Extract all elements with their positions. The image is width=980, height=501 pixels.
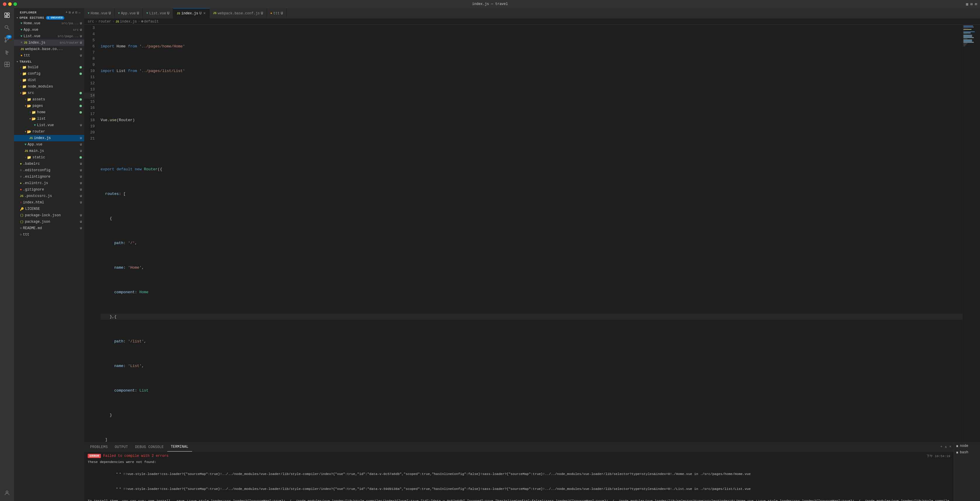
maximize-button[interactable]: [13, 2, 17, 6]
open-file-ttt[interactable]: ● ttt U: [14, 53, 84, 59]
activity-account[interactable]: [1, 487, 13, 499]
collapse-icon[interactable]: ⊟: [75, 11, 78, 14]
tab-label: webpack.base.conf.js: [218, 11, 260, 16]
file-main-js[interactable]: JS main.js U: [14, 148, 84, 154]
file-icon: ○: [20, 169, 22, 172]
file-name: index.html: [23, 201, 80, 204]
file-editorconfig[interactable]: ○ .editorconfig U: [14, 167, 84, 174]
folder-node-modules[interactable]: › 📁 node_modules: [14, 83, 84, 90]
js-icon: ●: [20, 182, 22, 185]
folder-icon: 📁: [22, 85, 27, 89]
status-dot: [80, 98, 82, 101]
plus-icon[interactable]: +: [940, 445, 942, 449]
close-button[interactable]: [3, 2, 6, 6]
open-file-app-vue[interactable]: ▼ App.vue src U: [14, 27, 84, 33]
error-message: Failed to compile with 2 errors: [103, 454, 169, 458]
unsaved-indicator: U: [80, 35, 82, 38]
folder-list[interactable]: ▾ 📂 list: [14, 116, 84, 122]
folder-assets[interactable]: › 📁 assets: [14, 96, 84, 103]
code-editor[interactable]: import Home from '../pages/home/Home' im…: [98, 25, 963, 442]
open-editors-header[interactable]: ▾ OPEN EDITORS 1 UNSAVED: [14, 16, 84, 20]
file-readme[interactable]: ○ README.md U: [14, 225, 84, 231]
file-postcssrc[interactable]: JS .postcssrc.js U: [14, 193, 84, 199]
file-index-html[interactable]: ○ index.html U: [14, 199, 84, 206]
tab-home-vue[interactable]: ▼ Home.vue U: [84, 8, 115, 18]
tab-list-vue[interactable]: ▼ List.vue U: [143, 8, 173, 18]
panel-tab-terminal[interactable]: TERMINAL: [167, 443, 192, 452]
file-name: List.vue: [24, 34, 56, 38]
more-options-icon[interactable]: …: [79, 11, 81, 14]
open-file-list-vue[interactable]: ▼ List.vue src/page... U: [14, 33, 84, 40]
file-list-vue[interactable]: ▼ List.vue U: [14, 122, 84, 128]
refresh-icon[interactable]: ↺: [72, 11, 74, 14]
terminal-description: These dependencies were not found:: [88, 460, 950, 464]
file-license[interactable]: 🔑 LICENSE: [14, 206, 84, 212]
activity-run[interactable]: [1, 46, 13, 58]
panel-tab-debug[interactable]: DEBUG CONSOLE: [132, 443, 167, 452]
open-file-index-js[interactable]: × JS index.js src/router U: [14, 40, 84, 46]
tab-close-button[interactable]: ×: [203, 11, 205, 16]
folder-build[interactable]: › 📁 build: [14, 64, 84, 70]
folder-home[interactable]: › 📁 home: [14, 109, 84, 116]
file-name: .babelrc: [23, 162, 80, 166]
folder-arrow: ›: [20, 79, 22, 82]
activity-extensions[interactable]: [1, 59, 13, 70]
close-panel-icon[interactable]: ×: [949, 445, 951, 449]
file-package-lock[interactable]: {} package-lock.json U: [14, 212, 84, 219]
new-folder-icon[interactable]: ⊞: [69, 11, 71, 14]
file-eslintignore[interactable]: ○ .eslintignore U: [14, 174, 84, 180]
new-file-icon[interactable]: +: [65, 11, 68, 14]
tab-index-js[interactable]: JS index.js U ×: [173, 8, 209, 18]
folder-src[interactable]: ▾ 📂 src: [14, 90, 84, 96]
tab-bar: ▼ Home.vue U ▼ App.vue U ▼ List.vue U JS…: [84, 8, 980, 18]
terminal-sessions-panel: ▣ node ▣ bash: [954, 443, 980, 501]
minimize-button[interactable]: [8, 2, 12, 6]
file-ttt[interactable]: ○ ttt: [14, 231, 84, 238]
breadcrumb-default[interactable]: ⊙default: [141, 19, 159, 24]
folder-dist[interactable]: › 📁 dist: [14, 77, 84, 83]
file-eslintrc[interactable]: ● .eslintrc.js U: [14, 180, 84, 187]
panel-tab-problems[interactable]: PROBLEMS: [86, 443, 111, 452]
folder-pages[interactable]: ▾ 📂 pages: [14, 103, 84, 109]
tab-label: DEBUG CONSOLE: [135, 445, 164, 449]
more-icon[interactable]: ⊡: [975, 2, 977, 6]
project-header[interactable]: ▾ TRAVEL: [14, 59, 84, 64]
maximize-panel-icon[interactable]: ∧: [945, 445, 947, 449]
file-name: LICENSE: [25, 207, 82, 211]
file-index-js[interactable]: JS index.js U: [14, 135, 84, 141]
activity-explorer[interactable]: [1, 10, 13, 21]
tab-label: Home.vue: [91, 11, 108, 16]
file-app-vue[interactable]: ▼ App.vue U: [14, 141, 84, 148]
activity-source-control[interactable]: 29: [1, 34, 13, 46]
split-icon[interactable]: ⊟: [970, 2, 973, 6]
folder-config[interactable]: › 📁 config: [14, 70, 84, 77]
file-babelrc[interactable]: ● .babelrc U: [14, 161, 84, 167]
folder-icon: 📁: [22, 72, 27, 76]
breadcrumb-index-js[interactable]: JSindex.js: [116, 20, 137, 24]
open-file-home-vue[interactable]: ▼ Home.vue src/pa... U: [14, 20, 84, 27]
tab-ttt[interactable]: ● ttt U: [267, 8, 287, 18]
session-bash[interactable]: ▣ bash: [954, 449, 980, 456]
code-line-17: component: List: [100, 388, 963, 394]
breadcrumb-router[interactable]: router: [99, 20, 111, 24]
file-gitignore[interactable]: ● .gitignore U: [14, 187, 84, 193]
vue-icon: ▼: [34, 123, 36, 127]
file-package-json[interactable]: {} package.json U: [14, 219, 84, 225]
status-dot: [80, 111, 82, 113]
panel-tab-output[interactable]: OUTPUT: [111, 443, 132, 452]
close-icon[interactable]: ×: [21, 41, 22, 45]
unsaved-indicator: U: [80, 123, 82, 127]
open-file-webpack[interactable]: JS webpack.base.co... U: [14, 46, 84, 53]
tab-app-vue[interactable]: ▼ App.vue U: [115, 8, 143, 18]
session-node[interactable]: ▣ node: [954, 443, 980, 449]
vue-icon: ▼: [21, 35, 22, 38]
folder-arrow: ›: [20, 85, 22, 88]
file-icon: ○: [20, 175, 22, 179]
layout-icon[interactable]: ▥: [966, 2, 968, 6]
tab-webpack[interactable]: JS webpack.base.conf.js U: [210, 8, 267, 18]
breadcrumb-src[interactable]: src: [88, 20, 94, 24]
folder-router[interactable]: ▾ 📂 router: [14, 128, 84, 135]
activity-search[interactable]: [1, 22, 13, 34]
folder-name: router: [32, 130, 82, 134]
folder-static[interactable]: › 📁 static: [14, 154, 84, 161]
